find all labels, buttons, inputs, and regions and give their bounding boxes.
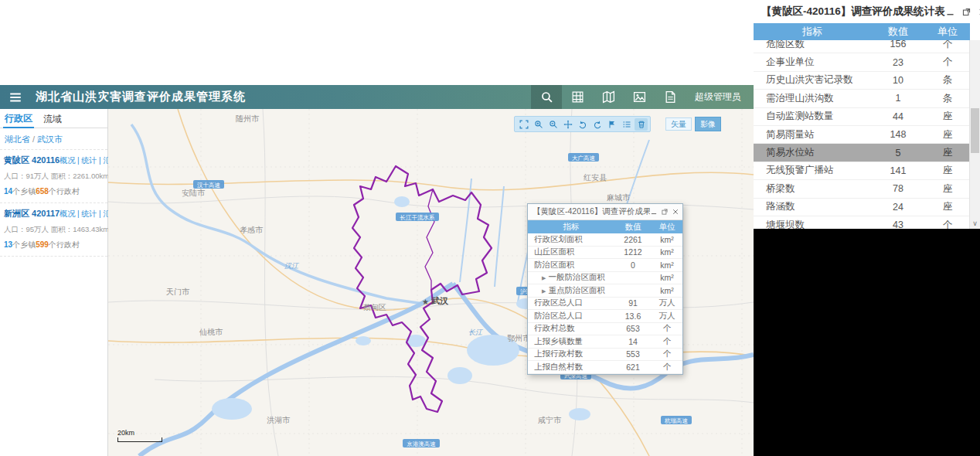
document-icon bbox=[664, 90, 677, 104]
scrollbar-thumb[interactable] bbox=[971, 108, 979, 153]
map-button[interactable] bbox=[593, 85, 624, 109]
stats-window-title: 【黄陂区-420116】调查评价成果统计表 bbox=[754, 5, 945, 19]
road-badge: 大广高速 bbox=[568, 153, 599, 162]
scrollbar[interactable]: ∨ bbox=[969, 40, 980, 229]
scale-line bbox=[117, 437, 162, 442]
previous-extent-button[interactable] bbox=[576, 118, 589, 131]
tab-administrative-region[interactable]: 行政区 bbox=[3, 109, 34, 128]
stats-table-header: 指标 数值 单位 bbox=[754, 23, 970, 40]
breadcrumb: 湖北省/武汉市 bbox=[0, 128, 107, 150]
stats-table-row[interactable]: 需治理山洪沟数 1 条 bbox=[754, 90, 970, 107]
district-name[interactable]: 新洲区 420117 bbox=[4, 208, 60, 219]
city-label: 天门市 bbox=[166, 288, 190, 296]
minimize-icon[interactable] bbox=[650, 208, 658, 216]
minimize-icon[interactable] bbox=[945, 7, 955, 17]
legend-button[interactable] bbox=[620, 118, 633, 131]
document-button[interactable] bbox=[655, 85, 686, 109]
stats-table-row[interactable]: 企事业单位 23 个 bbox=[754, 53, 970, 71]
image-button[interactable] bbox=[624, 85, 655, 109]
menu-button[interactable] bbox=[0, 85, 31, 109]
table-icon bbox=[571, 90, 584, 104]
stats-dialog-row[interactable]: ▶上报乡镇数量 14 个 bbox=[528, 335, 682, 349]
stats-dialog-row[interactable]: ▶行政村总数 653 个 bbox=[528, 323, 682, 336]
stats-window: 【黄陂区-420116】调查评价成果统计表 指标 数值 单位 危险区数 bbox=[754, 0, 980, 229]
road-badge: 汉十高速 bbox=[193, 180, 224, 189]
road-badge: 长江干流水系 bbox=[396, 213, 439, 221]
city-star-icon: ★ bbox=[422, 298, 429, 306]
stats-dialog-row[interactable]: ▶上报自然村数 621 个 bbox=[528, 361, 682, 374]
map-icon bbox=[602, 90, 615, 104]
vector-basemap-button[interactable]: 矢量 bbox=[665, 117, 692, 131]
zoom-in-button[interactable] bbox=[532, 118, 545, 131]
sidebar: 行政区 流域 湖北省/武汉市 黄陂区 420116 概况 | 统计 | 汇总 人… bbox=[0, 109, 108, 456]
district-towns: 13个乡镇599个行政村 bbox=[4, 240, 104, 250]
district-name[interactable]: 黄陂区 420116 bbox=[4, 155, 60, 166]
stats-dialog-rows: ▶行政区划面积 2261 km² ▶山丘区面积 1212 km² ▶防治区面积 … bbox=[528, 233, 682, 374]
svg-text:长江干流水系: 长江干流水系 bbox=[400, 214, 436, 221]
district-info: 人口：91万人 面积：2261.00km² bbox=[4, 171, 99, 181]
city-label: 洪湖市 bbox=[267, 416, 291, 424]
city-label: 孝感市 bbox=[240, 226, 264, 234]
city-label: 咸宁市 bbox=[538, 416, 562, 424]
road-badge: 京港澳高速 bbox=[403, 439, 440, 447]
scrollbar-down-icon[interactable]: ∨ bbox=[970, 219, 980, 227]
full-extent-button[interactable] bbox=[517, 118, 530, 131]
stats-dialog-row[interactable]: ▶行政区划面积 2261 km² bbox=[528, 233, 682, 247]
stats-dialog-row[interactable]: ▶一般防治区面积 km² bbox=[528, 272, 682, 285]
district-info: 人口：95万人 面积：1463.43km² bbox=[4, 224, 99, 234]
stats-dialog-row[interactable]: ▶防治区总人口 13.6 万人 bbox=[528, 310, 682, 323]
breadcrumb-province[interactable]: 湖北省 bbox=[5, 134, 30, 144]
svg-text:汉十高速: 汉十高速 bbox=[197, 182, 221, 189]
stats-table-row[interactable]: 无线预警广播站 141 座 bbox=[754, 162, 970, 180]
svg-text:京港澳高速: 京港澳高速 bbox=[407, 441, 436, 447]
stats-table-row[interactable]: 历史山洪灾害记录数 10 条 bbox=[754, 72, 970, 90]
header-toolbar: 超级管理员 bbox=[531, 85, 754, 109]
maximize-icon[interactable] bbox=[661, 208, 669, 216]
stats-table-row[interactable]: 塘堰坝数 43 个 bbox=[754, 216, 970, 229]
table-button[interactable] bbox=[562, 85, 593, 109]
app-header: 湖北省山洪灾害调查评价成果管理系统 超级管理员 bbox=[0, 85, 754, 109]
city-label: 红安县 bbox=[584, 173, 607, 182]
imagery-basemap-button[interactable]: 影像 bbox=[695, 117, 721, 131]
stats-window-titlebar[interactable]: 【黄陂区-420116】调查评价成果统计表 bbox=[754, 0, 980, 23]
stats-dialog-row[interactable]: ▶重点防治区面积 km² bbox=[528, 284, 682, 298]
scale-label: 20km bbox=[117, 429, 134, 437]
stats-dialog-row[interactable]: ▶行政区总人口 91 万人 bbox=[528, 298, 682, 311]
search-button[interactable] bbox=[531, 85, 562, 109]
stats-table-row[interactable]: 危险区数 156 个 bbox=[754, 40, 970, 53]
next-extent-button[interactable] bbox=[590, 118, 604, 131]
current-user[interactable]: 超级管理员 bbox=[695, 90, 741, 104]
stats-dialog-titlebar[interactable]: 【黄陂区-420116】调查评价成果统计表 bbox=[528, 204, 682, 220]
stats-table-row[interactable]: 简易水位站 5 座 bbox=[754, 144, 970, 162]
zoom-out-button[interactable] bbox=[546, 118, 560, 131]
stats-table-row[interactable]: 路涵数 24 座 bbox=[754, 199, 970, 216]
stats-dialog-row[interactable]: ▶上报行政村数 553 个 bbox=[528, 349, 682, 362]
scale-bar: 20km bbox=[117, 429, 162, 442]
maximize-icon[interactable] bbox=[961, 7, 971, 17]
stats-dialog-header: 指标 数值 单位 bbox=[528, 220, 682, 233]
sidebar-tabs: 行政区 流域 bbox=[0, 109, 107, 128]
city-label: 安陆市 bbox=[182, 189, 206, 197]
stats-table-row[interactable]: 自动监测站数量 44 座 bbox=[754, 108, 970, 126]
stats-dialog-row[interactable]: ▶防治区面积 0 km² bbox=[528, 259, 682, 272]
pan-button[interactable] bbox=[561, 118, 574, 131]
stats-table-row[interactable]: 桥梁数 78 座 bbox=[754, 180, 970, 198]
river-label: 长江 bbox=[468, 328, 483, 336]
breadcrumb-city[interactable]: 武汉市 bbox=[37, 134, 63, 144]
close-icon[interactable] bbox=[672, 208, 679, 216]
screen: 湖北省山洪灾害调查评价成果管理系统 超级管理员 行政区 流域 bbox=[0, 0, 980, 456]
city-label: 仙桃市 bbox=[199, 328, 223, 336]
svg-text:大广高速: 大广高速 bbox=[572, 155, 596, 162]
road-badge: 杭瑞高速 bbox=[661, 416, 692, 424]
stats-dialog: 【黄陂区-420116】调查评价成果统计表 指标 数值 单位 ▶行政区划面积 2… bbox=[527, 203, 683, 375]
map-viewport[interactable]: 随州市安陆市孝感市天门市仙桃市洪湖市蔡甸区★武汉红安县麻城市黄冈市鄂州市黄石市咸… bbox=[108, 109, 754, 456]
city-label: 麻城市 bbox=[607, 193, 631, 202]
stats-dialog-row[interactable]: ▶山丘区面积 1212 km² bbox=[528, 247, 682, 260]
district-item: 新洲区 420117 概况 | 统计 | 汇总 人口：95万人 面积：1463.… bbox=[0, 203, 107, 257]
mark-button[interactable] bbox=[605, 118, 618, 131]
svg-text:杭瑞高速: 杭瑞高速 bbox=[664, 417, 689, 424]
tab-watershed[interactable]: 流域 bbox=[42, 110, 63, 128]
city-label: 武汉 bbox=[430, 296, 449, 305]
clear-button[interactable] bbox=[635, 118, 648, 131]
stats-table-row[interactable]: 简易雨量站 148 座 bbox=[754, 126, 970, 144]
